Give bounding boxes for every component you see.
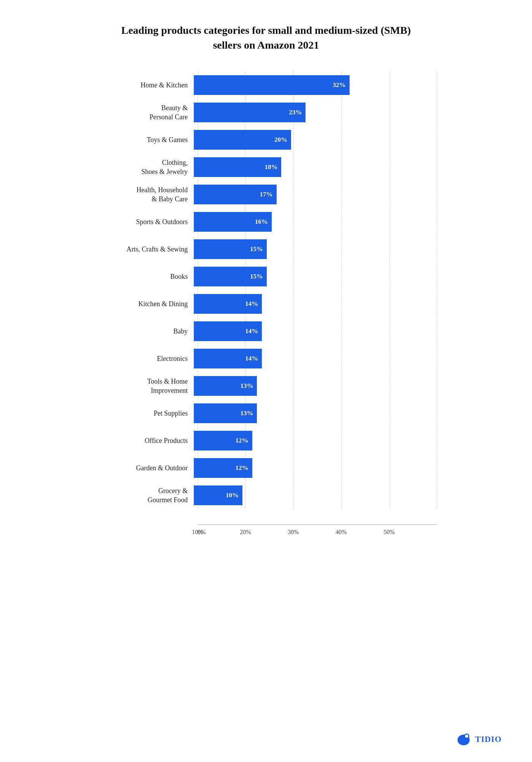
bar-fill: 14% bbox=[194, 349, 262, 368]
bar-label: Arts, Crafts & Sewing bbox=[95, 245, 194, 254]
bar-fill: 14% bbox=[194, 321, 262, 341]
chart-inner: Home & Kitchen32%Beauty &Personal Care23… bbox=[95, 71, 437, 524]
bar-fill: 17% bbox=[194, 185, 277, 204]
bar-track: 13% bbox=[194, 376, 437, 396]
bar-fill: 12% bbox=[194, 458, 252, 478]
bar-track: 14% bbox=[194, 349, 437, 368]
bar-track: 20% bbox=[194, 130, 437, 150]
bar-label: Office Products bbox=[95, 436, 194, 445]
bar-track: 23% bbox=[194, 103, 437, 122]
bar-fill: 14% bbox=[194, 294, 262, 314]
bar-value: 14% bbox=[245, 327, 258, 335]
bar-row: Garden & Outdoor12% bbox=[95, 454, 437, 482]
bar-label: Baby bbox=[95, 327, 194, 336]
x-axis-label: 20% bbox=[222, 529, 269, 536]
grid-line bbox=[437, 71, 437, 509]
bar-label: Health, Household& Baby Care bbox=[95, 185, 194, 204]
tidio-text: TIDIO bbox=[475, 734, 502, 744]
bar-value: 16% bbox=[255, 218, 268, 226]
bar-row: Books15% bbox=[95, 263, 437, 290]
bar-label: Kitchen & Dining bbox=[95, 299, 194, 308]
bar-fill: 13% bbox=[194, 403, 257, 423]
bar-fill: 10% bbox=[194, 485, 242, 505]
axis-baseline bbox=[198, 524, 437, 525]
x-axis-label: 10% bbox=[174, 529, 222, 536]
x-axis-label: 40% bbox=[317, 529, 365, 536]
bar-fill: 18% bbox=[194, 157, 281, 177]
svg-point-2 bbox=[465, 735, 468, 738]
bar-label: Home & Kitchen bbox=[95, 81, 194, 90]
bar-value: 23% bbox=[289, 109, 302, 116]
bar-fill: 15% bbox=[194, 267, 267, 286]
bar-track: 15% bbox=[194, 239, 437, 259]
bar-row: Kitchen & Dining14% bbox=[95, 290, 437, 318]
bar-track: 18% bbox=[194, 157, 437, 177]
bar-row: Beauty &Personal Care23% bbox=[95, 99, 437, 126]
bar-label: Sports & Outdoors bbox=[95, 217, 194, 226]
bar-label: Books bbox=[95, 272, 194, 281]
bar-track: 12% bbox=[194, 431, 437, 451]
bar-fill: 32% bbox=[194, 75, 350, 95]
bar-row: Health, Household& Baby Care17% bbox=[95, 181, 437, 208]
bar-track: 32% bbox=[194, 75, 437, 95]
bar-fill: 15% bbox=[194, 239, 267, 259]
x-axis: 0%10%20%30%40%50% bbox=[198, 529, 437, 536]
chart-area: Home & Kitchen32%Beauty &Personal Care23… bbox=[95, 71, 437, 536]
bar-value: 15% bbox=[250, 245, 263, 253]
bar-track: 17% bbox=[194, 185, 437, 204]
bar-value: 12% bbox=[236, 464, 249, 472]
bar-row: Home & Kitchen32% bbox=[95, 71, 437, 99]
bar-row: Electronics14% bbox=[95, 345, 437, 372]
bar-row: Baby14% bbox=[95, 318, 437, 345]
chart-title: Leading products categories for small an… bbox=[121, 23, 411, 52]
bar-value: 18% bbox=[264, 163, 277, 171]
bar-row: Toys & Games20% bbox=[95, 126, 437, 153]
bar-track: 10% bbox=[194, 485, 437, 505]
bar-label: Grocery &Gourmet Food bbox=[95, 486, 194, 505]
bar-track: 14% bbox=[194, 294, 437, 314]
x-axis-label: 50% bbox=[365, 529, 413, 536]
x-axis-label: 30% bbox=[269, 529, 317, 536]
bar-track: 14% bbox=[194, 321, 437, 341]
bar-value: 13% bbox=[240, 409, 253, 417]
bar-label: Beauty &Personal Care bbox=[95, 103, 194, 122]
bar-track: 13% bbox=[194, 403, 437, 423]
bar-value: 17% bbox=[260, 191, 273, 198]
bar-track: 12% bbox=[194, 458, 437, 478]
bar-row: Grocery &Gourmet Food10% bbox=[95, 482, 437, 509]
bar-row: Pet Supplies13% bbox=[95, 400, 437, 427]
bar-label: Garden & Outdoor bbox=[95, 463, 194, 473]
bar-value: 14% bbox=[245, 355, 258, 362]
bar-value: 12% bbox=[236, 437, 249, 444]
bar-value: 15% bbox=[250, 273, 263, 280]
bar-track: 15% bbox=[194, 267, 437, 286]
bar-label: Tools & HomeImprovement bbox=[95, 377, 194, 395]
bar-value: 32% bbox=[333, 81, 346, 89]
bar-value: 13% bbox=[240, 382, 253, 390]
bar-label: Pet Supplies bbox=[95, 409, 194, 418]
bar-label: Electronics bbox=[95, 354, 194, 363]
bar-fill: 12% bbox=[194, 431, 252, 451]
bar-fill: 20% bbox=[194, 130, 291, 150]
chart-container: Leading products categories for small an… bbox=[95, 23, 437, 536]
bar-row: Sports & Outdoors16% bbox=[95, 208, 437, 236]
bar-value: 20% bbox=[274, 136, 287, 144]
tidio-logo: TIDIO bbox=[456, 732, 502, 747]
bar-fill: 23% bbox=[194, 103, 306, 122]
bar-row: Tools & HomeImprovement13% bbox=[95, 372, 437, 400]
bar-track: 16% bbox=[194, 212, 437, 232]
bar-row: Office Products12% bbox=[95, 427, 437, 454]
bar-label: Toys & Games bbox=[95, 135, 194, 144]
tidio-icon bbox=[456, 732, 471, 747]
bar-value: 14% bbox=[245, 300, 258, 308]
bar-label: Clothing,Shoes & Jewelry bbox=[95, 158, 194, 177]
bar-fill: 16% bbox=[194, 212, 272, 232]
bar-row: Clothing,Shoes & Jewelry18% bbox=[95, 153, 437, 181]
bar-value: 10% bbox=[226, 492, 239, 499]
bar-row: Arts, Crafts & Sewing15% bbox=[95, 236, 437, 263]
bar-fill: 13% bbox=[194, 376, 257, 396]
